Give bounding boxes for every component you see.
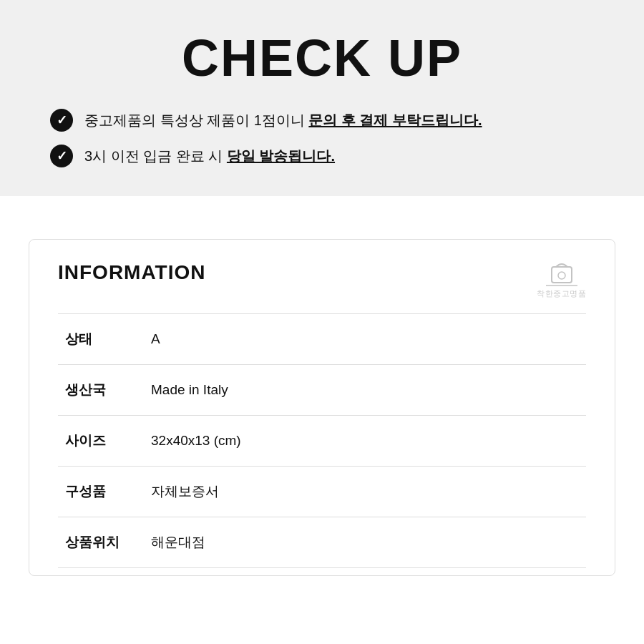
info-title: INFORMATION	[58, 261, 205, 284]
table-row: 상품위치해운대점	[58, 517, 586, 568]
table-row: 구성품자체보증서	[58, 467, 586, 517]
page-title: CHECK UP	[43, 14, 601, 109]
table-row: 상태A	[58, 314, 586, 365]
top-section: CHECK UP 중고제품의 특성상 제품이 1점이니 문의 후 결제 부탁드립…	[0, 0, 644, 196]
check-icon	[50, 145, 73, 167]
svg-point-1	[558, 272, 565, 279]
check-icon	[50, 109, 73, 132]
text-prefix-1: 중고제품의 특성상 제품이 1점이니	[84, 112, 308, 128]
info-header: INFORMATION 착한중고명품	[58, 261, 586, 299]
table-cell-value: A	[144, 314, 586, 365]
svg-rect-0	[552, 267, 572, 283]
table-cell-label: 구성품	[58, 467, 144, 517]
information-section: INFORMATION 착한중고명품 상태A생산국Made in Italy사이…	[29, 239, 615, 576]
checklist-item-text-1: 중고제품의 특성상 제품이 1점이니 문의 후 결제 부탁드립니다.	[84, 109, 482, 131]
table-cell-label: 사이즈	[58, 416, 144, 467]
text-bold-2: 당일 발송됩니다.	[227, 148, 335, 164]
table-cell-label: 생산국	[58, 365, 144, 416]
table-cell-value: 32x40x13 (cm)	[144, 416, 586, 467]
checklist: 중고제품의 특성상 제품이 1점이니 문의 후 결제 부탁드립니다. 3시 이전…	[43, 109, 601, 167]
table-cell-value: Made in Italy	[144, 365, 586, 416]
table-row: 사이즈32x40x13 (cm)	[58, 416, 586, 467]
table-cell-label: 상태	[58, 314, 144, 365]
table-row: 생산국Made in Italy	[58, 365, 586, 416]
text-bold-1: 문의 후 결제 부탁드립니다.	[308, 112, 482, 128]
watermark-text: 착한중고명품	[537, 288, 586, 299]
spacer	[0, 196, 644, 239]
list-item: 중고제품의 특성상 제품이 1점이니 문의 후 결제 부탁드립니다.	[50, 109, 594, 132]
table-cell-value: 해운대점	[144, 517, 586, 568]
checklist-item-text-2: 3시 이전 입금 완료 시 당일 발송됩니다.	[84, 145, 335, 167]
table-cell-value: 자체보증서	[144, 467, 586, 517]
list-item: 3시 이전 입금 완료 시 당일 발송됩니다.	[50, 145, 594, 167]
info-table: 상태A생산국Made in Italy사이즈32x40x13 (cm)구성품자체…	[58, 313, 586, 568]
watermark-logo-icon	[546, 261, 577, 287]
table-cell-label: 상품위치	[58, 517, 144, 568]
watermark: 착한중고명품	[537, 261, 586, 299]
text-prefix-2: 3시 이전 입금 완료 시	[84, 148, 227, 164]
